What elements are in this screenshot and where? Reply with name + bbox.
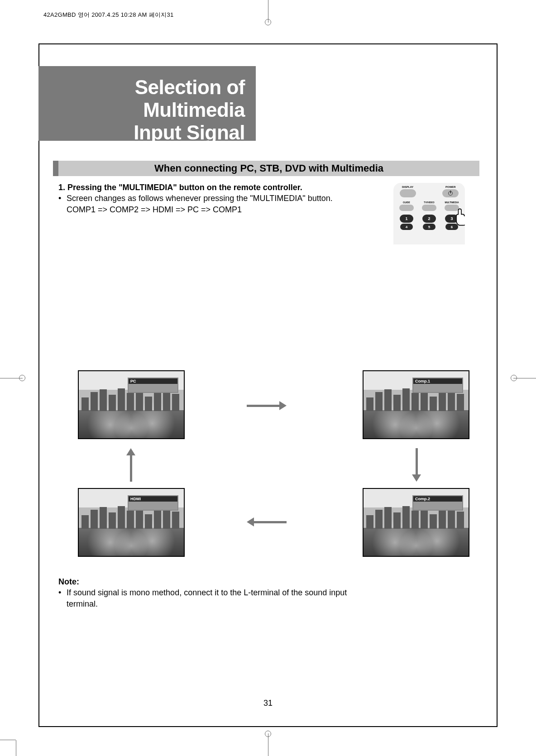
osd-box: Comp.2 — [412, 495, 463, 511]
osd-label-pc: PC — [129, 378, 177, 384]
instructions-block: 1. Pressing the "MULTIMEDIA" button on t… — [58, 182, 339, 215]
remote-tvvideo-button — [422, 205, 436, 211]
remote-num-5: 5 — [423, 224, 436, 230]
note-text: If sound signal is mono method, connect … — [67, 587, 375, 609]
power-icon — [448, 191, 453, 196]
remote-label-guide: GUIDE — [397, 201, 416, 204]
spacer — [421, 189, 437, 197]
screen-image: Comp.1 — [364, 371, 469, 438]
screen-image: HDMI — [79, 489, 184, 556]
screen-pc: PC — [78, 370, 185, 439]
section-heading: When connecting PC, STB, DVD with Multim… — [58, 161, 479, 176]
remote-num-1: 1 — [400, 215, 413, 223]
bullet-line-2: COMP1 => COMP2 => HDMI => PC => COMP1 — [67, 204, 333, 215]
crop-mark — [265, 731, 271, 737]
screen-image: PC — [79, 371, 184, 438]
remote-display-button — [400, 189, 416, 197]
page-number: 31 — [39, 699, 497, 708]
osd-box: HDMI — [128, 495, 178, 511]
note-heading: Note: — [58, 576, 375, 587]
bullet-line-1: Screen changes as follows whenever press… — [67, 193, 333, 204]
step-number: 1. — [58, 183, 65, 192]
crop-corner — [16, 724, 32, 740]
step-1: 1. Pressing the "MULTIMEDIA" button on t… — [58, 182, 339, 193]
step-text: Pressing the "MULTIMEDIA" button on the … — [67, 183, 302, 192]
arrow-left-icon — [247, 517, 287, 526]
remote-label-tvvideo: TV/VIDEO — [419, 201, 439, 204]
osd-box: Comp.1 — [412, 378, 463, 393]
screen-comp2: Comp.2 — [363, 488, 469, 557]
pointing-hand-icon — [451, 207, 465, 227]
remote-num-4: 4 — [400, 224, 413, 230]
remote-label-multimedia: MULTIMEDIA — [442, 201, 462, 204]
bullet-dot: • — [58, 193, 67, 215]
crop-mark — [511, 375, 517, 381]
arrow-right-icon — [247, 401, 287, 410]
osd-label-comp2: Comp.2 — [413, 496, 462, 502]
osd-label-comp1: Comp.1 — [413, 378, 462, 384]
title-line-1: Selection of Multimedia — [38, 76, 245, 121]
input-cycle-diagram: PC Comp.1 HDMI Comp.2 — [67, 370, 472, 558]
note-block: Note: • If sound signal is mono method, … — [58, 576, 375, 609]
title-line-2: Input Signal — [38, 121, 245, 144]
remote-illustration: DISPLAY . POWER GUIDE TV/VIDEO MULTIMEDI… — [393, 183, 465, 244]
remote-num-2: 2 — [422, 215, 436, 223]
print-slug: 42A2GMBD 영어 2007.4.25 10:28 AM 페이지31 — [43, 11, 174, 19]
bullet-text: Screen changes as follows whenever press… — [67, 193, 333, 215]
bullet-1: • Screen changes as follows whenever pre… — [58, 193, 339, 215]
remote-label-display: DISPLAY — [398, 186, 418, 188]
arrow-down-icon — [412, 448, 421, 482]
arrow-up-icon — [126, 448, 135, 482]
note-bullet: • If sound signal is mono method, connec… — [58, 587, 375, 609]
screen-image: Comp.2 — [364, 489, 469, 556]
page-frame: Selection of Multimedia Input Signal Whe… — [38, 43, 498, 727]
bullet-dot: • — [58, 587, 67, 609]
remote-guide-button — [399, 205, 414, 211]
osd-box: PC — [128, 378, 178, 393]
crop-mark — [19, 375, 25, 381]
crop-mark — [265, 19, 271, 25]
remote-label-power: POWER — [440, 186, 460, 188]
screen-comp1: Comp.1 — [363, 370, 469, 439]
remote-power-button — [442, 189, 459, 197]
osd-label-hdmi: HDMI — [129, 496, 177, 502]
page-title-box: Selection of Multimedia Input Signal — [38, 66, 256, 141]
screen-hdmi: HDMI — [78, 488, 185, 557]
